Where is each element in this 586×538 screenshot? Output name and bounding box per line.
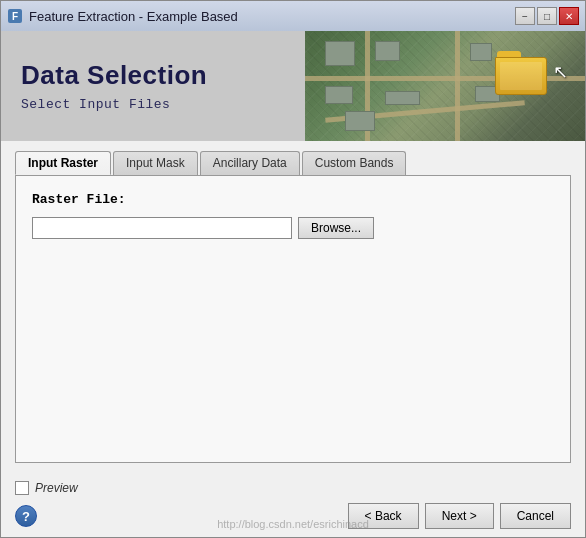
file-input-row: Browse... [32, 217, 554, 239]
svg-text:F: F [12, 11, 18, 22]
page-subtitle: Select Input Files [21, 97, 291, 112]
folder-icon [495, 51, 555, 101]
close-button[interactable]: ✕ [559, 7, 579, 25]
next-button[interactable]: Next > [425, 503, 494, 529]
cursor-icon: ↖ [553, 61, 567, 81]
tab-custom-bands[interactable]: Custom Bands [302, 151, 407, 175]
browse-button[interactable]: Browse... [298, 217, 374, 239]
tab-panel: Raster File: Browse... [15, 175, 571, 463]
preview-label: Preview [35, 481, 78, 495]
title-bar-left: F Feature Extraction - Example Based [7, 8, 238, 24]
tabs-row: Input Raster Input Mask Ancillary Data C… [15, 151, 571, 175]
tab-input-raster[interactable]: Input Raster [15, 151, 111, 175]
title-bar: F Feature Extraction - Example Based − □… [1, 1, 585, 31]
cancel-button[interactable]: Cancel [500, 503, 571, 529]
content-area: Input Raster Input Mask Ancillary Data C… [1, 141, 585, 473]
header-text: Data Selection Select Input Files [1, 31, 311, 141]
window-controls: − □ ✕ [515, 7, 579, 25]
satellite-image: ↖ [305, 31, 585, 141]
nav-buttons: < Back Next > Cancel [348, 503, 571, 529]
page-title: Data Selection [21, 60, 291, 91]
watermark: http://blog.csdn.net/esrichinacd [217, 518, 369, 530]
app-icon: F [7, 8, 23, 24]
help-button[interactable]: ? [15, 505, 37, 527]
preview-row: Preview [15, 481, 571, 495]
raster-file-input[interactable] [32, 217, 292, 239]
header-area: ↖ Data Selection Select Input Files [1, 31, 585, 141]
tab-input-mask[interactable]: Input Mask [113, 151, 198, 175]
window-title: Feature Extraction - Example Based [29, 9, 238, 24]
tab-ancillary-data[interactable]: Ancillary Data [200, 151, 300, 175]
maximize-button[interactable]: □ [537, 7, 557, 25]
preview-checkbox[interactable] [15, 481, 29, 495]
main-window: F Feature Extraction - Example Based − □… [0, 0, 586, 538]
minimize-button[interactable]: − [515, 7, 535, 25]
raster-file-label: Raster File: [32, 192, 554, 207]
